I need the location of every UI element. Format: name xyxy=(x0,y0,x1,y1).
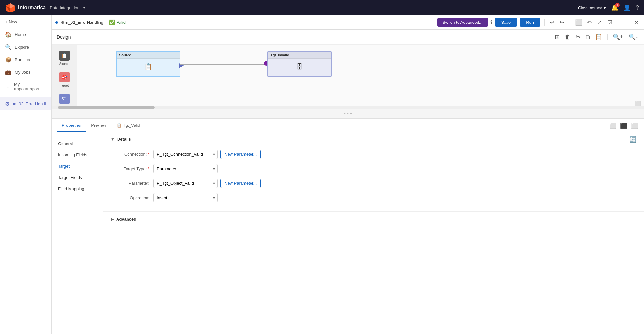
palette-shield[interactable]: 🛡 xyxy=(57,92,71,106)
paste-icon[interactable]: 📋 xyxy=(594,32,603,42)
palette-shield-icon: 🛡 xyxy=(59,94,70,104)
props-nav-target-fields[interactable]: Target Fields xyxy=(52,172,103,183)
user-icon[interactable]: 👤 xyxy=(623,4,630,11)
props-nav-target[interactable]: Target xyxy=(52,161,103,172)
sidebar-item-bundles[interactable]: 📦 Bundles xyxy=(0,53,51,66)
design-title: Design xyxy=(57,34,71,40)
layout-collapse-icon[interactable]: ⬜ xyxy=(630,122,639,130)
operation-select-wrapper: Insert ▾ xyxy=(153,193,218,202)
palette-source[interactable]: 📋 Source xyxy=(57,49,71,68)
new-param-btn-1[interactable]: New Parameter... xyxy=(220,150,261,159)
target-type-control: Parameter ▾ xyxy=(153,164,218,173)
props-tab-bar: Properties Preview 📋 Tgt_Valid ⬜ ⬛ ⬜ xyxy=(52,119,644,133)
close-tab-icon[interactable]: ✕ xyxy=(633,18,640,27)
sidebar-item-explore[interactable]: 🔍 Explore xyxy=(0,41,51,53)
tab-tgt-valid[interactable]: 📋 Tgt_Valid xyxy=(111,120,146,132)
target-type-label: Target Type: * xyxy=(111,166,149,171)
more-options-icon[interactable]: ⋮ xyxy=(622,18,630,27)
importexport-icon: ↕ xyxy=(5,84,11,89)
palette-source-label: Source xyxy=(59,62,70,66)
zoom-in-icon[interactable]: 🔍+ xyxy=(611,32,625,42)
classmethod-label[interactable]: Classmethod ▾ xyxy=(578,5,606,10)
canvas-main[interactable]: Source 📋 ▶ Tgt_Invalid xyxy=(77,45,644,106)
canvas-scroll-bar[interactable] xyxy=(52,106,644,109)
sidebar-item-mapping[interactable]: ⚙ m_02_ErrorHandl... xyxy=(0,97,51,110)
target-node-header: Tgt_Invalid xyxy=(268,52,331,59)
connector-line xyxy=(180,64,267,65)
toolbar-sep1 xyxy=(544,19,545,26)
explore-icon: 🔍 xyxy=(5,44,12,50)
advanced-section: ▶ Advanced xyxy=(103,211,644,227)
canvas-area[interactable]: 📋 Source 🎯 Target 🛡 ⋮ xyxy=(52,45,644,109)
section-title: Details xyxy=(117,137,131,142)
tab-indicator xyxy=(55,21,58,24)
target-node[interactable]: Tgt_Invalid 🗄 xyxy=(267,51,332,77)
check-icon[interactable]: ✓ xyxy=(596,18,603,27)
props-nav-general[interactable]: General xyxy=(52,138,103,149)
add-icon[interactable]: ⬜ xyxy=(574,18,583,27)
source-node-header: Source xyxy=(117,52,180,59)
target-node-body: 🗄 xyxy=(268,59,331,75)
redo-icon[interactable]: ↪ xyxy=(558,18,566,27)
notifications-icon[interactable]: 🔔 1 xyxy=(611,4,618,11)
required-star-2: * xyxy=(148,166,149,171)
tab-preview[interactable]: Preview xyxy=(86,120,111,132)
props-content: General Incoming Fields Target Target Fi… xyxy=(52,133,644,334)
layout-expand-icon[interactable]: ⬜ xyxy=(609,122,617,130)
parameter-select-wrapper: P_Tgt_Object_Valid ▾ xyxy=(153,179,218,188)
palette-source-icon: 📋 xyxy=(59,51,70,61)
save-button[interactable]: Save xyxy=(495,18,517,27)
parameter-select[interactable]: P_Tgt_Object_Valid xyxy=(153,179,218,188)
sidebar-item-label: m_02_ErrorHandl... xyxy=(13,101,49,106)
new-param-btn-2[interactable]: New Parameter... xyxy=(220,179,261,188)
drag-resize-handle[interactable]: • • • xyxy=(52,109,644,118)
sidebar: + New... 🏠 Home 🔍 Explore 📦 Bundles 💼 My… xyxy=(0,15,52,334)
source-node[interactable]: Source 📋 xyxy=(116,51,180,77)
connection-row: Connection: * P_Tgt_Connection_Valid ▾ xyxy=(111,150,636,159)
switch-to-advanced-button[interactable]: Switch to Advanced... xyxy=(437,18,488,27)
zoom-out-icon[interactable]: 🔍- xyxy=(627,32,639,42)
help-icon[interactable]: ? xyxy=(636,5,639,11)
connection-label: Connection: * xyxy=(111,152,149,157)
properties-panel: Properties Preview 📋 Tgt_Valid ⬜ ⬛ ⬜ xyxy=(52,119,644,334)
source-node-icon: 📋 xyxy=(144,63,152,70)
palette-target[interactable]: 🎯 Target xyxy=(57,70,71,89)
mapping-tab-name[interactable]: m_02_ErrorHandling xyxy=(65,20,103,25)
notification-badge: 1 xyxy=(615,3,620,7)
mapping-icon: ⚙ xyxy=(5,101,10,107)
app-title-dropdown[interactable]: ▾ xyxy=(83,6,85,10)
sidebar-item-myjobs[interactable]: 💼 My Jobs xyxy=(0,66,51,79)
target-type-select[interactable]: Parameter xyxy=(153,164,218,173)
connection-select-wrapper: P_Tgt_Connection_Valid ▾ xyxy=(153,150,218,159)
delete-icon[interactable]: 🗑 xyxy=(564,32,572,42)
validate-icon[interactable]: ☑ xyxy=(606,18,614,27)
grid-icon[interactable]: ⊞ xyxy=(554,32,561,42)
layout-split-icon[interactable]: ⬛ xyxy=(620,122,628,130)
target-node-icon: 🗄 xyxy=(296,63,303,70)
design-toolbar: ⊞ 🗑 ✂ ⧉ 📋 🔍+ 🔍- xyxy=(554,32,639,42)
sidebar-item-home[interactable]: 🏠 Home xyxy=(0,28,51,41)
app-title: Data Integration xyxy=(50,5,80,10)
target-type-row: Target Type: * Parameter ▾ xyxy=(111,164,636,173)
sidebar-item-importexport[interactable]: ↕ My Import/Export... xyxy=(0,79,51,95)
props-nav-incoming-fields[interactable]: Incoming Fields xyxy=(52,149,103,161)
top-bar-right: Classmethod ▾ 🔔 1 👤 ? xyxy=(578,4,639,11)
tab-properties[interactable]: Properties xyxy=(57,120,86,132)
valid-badge: ✅ Valid xyxy=(109,19,126,25)
new-button[interactable]: + New... xyxy=(0,15,51,28)
props-nav-field-mapping[interactable]: Field Mapping xyxy=(52,183,103,194)
refresh-icon[interactable]: 🔄 xyxy=(629,136,636,143)
edit-icon[interactable]: ✏ xyxy=(586,18,593,27)
cut-icon[interactable]: ✂ xyxy=(574,32,582,42)
operation-select[interactable]: Insert xyxy=(153,193,218,202)
palette-target-label: Target xyxy=(60,84,69,87)
undo-icon[interactable]: ↩ xyxy=(548,18,556,27)
run-button[interactable]: Run xyxy=(520,18,540,27)
canvas-scroll-thumb xyxy=(58,106,155,109)
info-button[interactable]: ℹ xyxy=(490,19,492,25)
details-section-header[interactable]: ▼ Details xyxy=(111,137,636,144)
connection-select[interactable]: P_Tgt_Connection_Valid xyxy=(153,150,218,159)
advanced-section-header[interactable]: ▶ Advanced xyxy=(111,214,636,224)
copy-icon[interactable]: ⧉ xyxy=(584,32,591,42)
connection-control: P_Tgt_Connection_Valid ▾ New Parameter..… xyxy=(153,150,261,159)
